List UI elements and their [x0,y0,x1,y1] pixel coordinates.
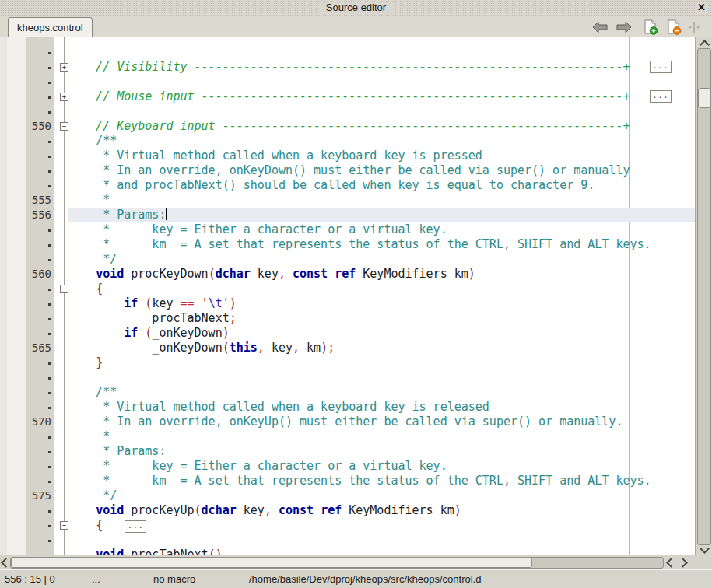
code-text[interactable]: * In an override, onKeyDown() must eithe… [68,163,630,178]
token: */ [68,488,117,502]
code-text[interactable]: */ [68,252,117,267]
code-text[interactable]: _onKeyDown(this, key, km); [68,341,335,355]
code-line[interactable]: 560 void procKeyDown(dchar key, const re… [0,267,695,282]
code-text[interactable]: procTabNext; [68,311,237,326]
fold-ellipsis-box[interactable]: ... [650,90,672,103]
code-line[interactable]: * and procTabNext() should be called whe… [0,178,695,193]
horizontal-scrollbar[interactable] [0,555,695,569]
code-text[interactable]: /** [68,134,117,149]
code-line[interactable] [0,45,695,60]
code-line[interactable]: * km = A set that represents the status … [0,237,695,252]
horizontal-scrollbar-thumb[interactable] [11,558,532,568]
code-line[interactable]: if (key == '\t') [0,296,695,311]
back-arrow-icon[interactable] [591,19,609,35]
line-dot [48,170,51,173]
split-editor-icon[interactable] [688,19,700,35]
code-text[interactable]: * [68,429,110,444]
code-line[interactable]: * key = Either a character or a virtual … [0,459,695,474]
vertical-scrollbar-trough[interactable] [697,48,711,545]
code-line[interactable]: /** [0,134,695,149]
scrollbar-corner [695,555,712,569]
code-text[interactable]: * Params: [68,444,166,459]
code-text[interactable]: { [68,282,103,296]
code-text[interactable]: * key = Either a character or a virtual … [68,459,447,474]
code-text[interactable]: // Keyboard input ----------------------… [68,119,630,134]
code-text[interactable]: void procKeyDown(dchar key, const ref Ke… [68,267,475,282]
code-line[interactable]: + // Visibility ------------------------… [0,60,695,75]
code-line[interactable]: /** [0,385,695,400]
code-line[interactable]: 570 * In an override, onKeyUp() must eit… [0,415,695,429]
text-caret [166,208,167,220]
code-line[interactable]: } [0,355,695,370]
token [68,326,124,340]
code-text[interactable]: {... [68,518,146,533]
code-line[interactable]: * key = Either a character or a virtual … [0,222,695,237]
code-text[interactable]: /** [68,385,117,400]
scroll-right-end-icon[interactable] [678,558,688,568]
code-line[interactable]: 555 * [0,193,695,208]
close-icon[interactable]: ✕ [695,2,708,13]
scroll-left-icon[interactable] [1,558,11,568]
code-text[interactable]: * and procTabNext() should be called whe… [68,178,595,193]
code-editor-area[interactable]: + // Visibility ------------------------… [0,37,712,555]
code-line[interactable]: − { [0,282,695,296]
code-line[interactable] [0,104,695,119]
code-line[interactable]: − {... [0,518,695,533]
code-text[interactable]: if (key == '\t') [68,296,237,311]
code-line[interactable]: * km = A set that represents the status … [0,474,695,488]
code-line[interactable]: 575 */ [0,488,695,503]
code-line[interactable]: * [0,429,695,444]
line-dot [48,67,51,69]
code-text[interactable]: void procTabNext() [68,548,223,555]
code-text[interactable]: * km = A set that represents the status … [68,237,651,252]
code-line[interactable]: * Virtual method called when a keyboard … [0,400,695,415]
token: // Visibility --------------------------… [68,60,630,74]
code-line[interactable]: procTabNext; [0,311,695,326]
code-text[interactable]: * Virtual method called when a keyboard … [68,400,489,415]
code-text[interactable]: * key = Either a character or a virtual … [68,222,447,237]
code-line[interactable]: 565 _onKeyDown(this, key, km); [0,341,695,355]
fold-ellipsis-box[interactable]: ... [125,520,146,533]
new-document-icon[interactable] [642,19,659,35]
token: // Keyboard input ----------------------… [68,119,630,133]
scroll-down-icon[interactable] [700,544,710,554]
tab-kheops-control[interactable]: kheops.control [8,17,93,37]
code-line[interactable]: 550− // Keyboard input -----------------… [0,119,695,134]
code-text[interactable]: * [68,193,110,208]
code-line[interactable]: */ [0,252,695,267]
code-text[interactable]: // Mouse input -------------------------… [68,89,630,104]
code-line[interactable] [0,75,695,89]
code-line[interactable]: void procTabNext() [0,548,695,555]
code-line[interactable]: void procKeyUp(dchar key, const ref KeyM… [0,503,695,518]
code-line[interactable]: if (_onKeyDown) [0,326,695,341]
vertical-scrollbar[interactable] [695,37,712,555]
code-line[interactable]: + // Mouse input -----------------------… [0,89,695,104]
line-dot [48,244,51,247]
code-line[interactable]: 556 * Params: [0,208,695,222]
line-dot [48,156,51,158]
code-text[interactable]: } [68,355,103,370]
forward-arrow-icon[interactable] [616,19,633,35]
close-document-icon[interactable] [665,19,682,35]
code-text[interactable]: * km = A set that represents the status … [68,474,651,488]
code-text[interactable]: // Visibility --------------------------… [68,60,630,75]
fold-ellipsis-box[interactable]: ... [650,61,672,73]
code-line[interactable] [0,370,695,385]
code-text[interactable]: if (_onKeyDown) [68,326,230,341]
token: ) [321,341,328,355]
code-line[interactable]: * In an override, onKeyDown() must eithe… [0,163,695,178]
vertical-scrollbar-thumb[interactable] [698,88,710,108]
code-text[interactable]: * Virtual method called when a keyboard … [68,149,482,163]
code-text[interactable]: */ [68,488,117,503]
code-text[interactable]: * Params: [68,208,167,222]
line-number: 565 [26,341,53,355]
code-line[interactable]: * Params: [0,444,695,459]
scroll-left-end-icon[interactable] [666,558,676,568]
code-text[interactable]: * In an override, onKeyUp() must either … [68,415,623,429]
token: * Virtual method called when a keyboard … [68,400,489,414]
token: * In an override, onKeyUp() must either … [68,415,623,429]
code-line[interactable] [0,533,695,548]
line-number: 575 [26,488,53,503]
code-line[interactable]: * Virtual method called when a keyboard … [0,149,695,163]
code-text[interactable]: void procKeyUp(dchar key, const ref KeyM… [68,503,461,518]
